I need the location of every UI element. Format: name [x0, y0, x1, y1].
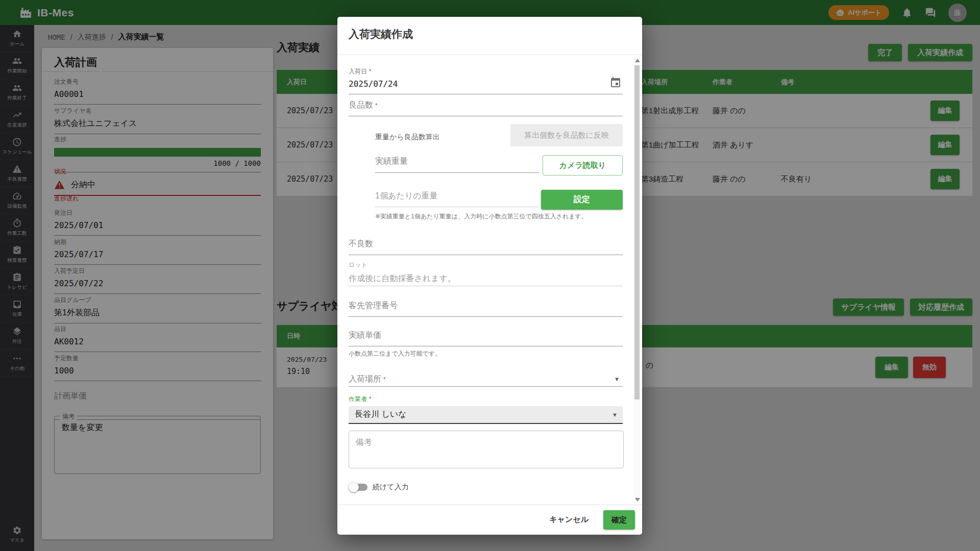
modal-footer: キャンセル 確定	[337, 505, 642, 535]
continue-input-toggle[interactable]: 続けて入力	[349, 483, 409, 492]
scroll-up-arrow-icon[interactable]	[635, 59, 640, 62]
weight-rounding-note: ※実績重量と1個あたり重量は、入力時に小数点第三位で四捨五入されます。	[375, 212, 587, 221]
worker-value: 長谷川 しいな	[355, 409, 407, 420]
scrollbar-thumb[interactable]	[634, 65, 640, 399]
actual-weight-label: 実績重量	[375, 157, 408, 165]
arrival-date-label: 入荷日	[349, 68, 367, 75]
modal-title: 入荷実績作成	[349, 27, 413, 41]
defect-qty-field[interactable]: 不良数	[349, 239, 623, 255]
lot-placeholder: 作成後に自動採番されます。	[349, 273, 623, 284]
modal-note-textarea[interactable]: 備考	[349, 431, 624, 468]
confirm-button[interactable]: 確定	[603, 510, 635, 530]
apply-calculated-qty-button[interactable]: 算出個数を良品数に反映	[510, 124, 623, 146]
chevron-down-icon: ▼	[612, 412, 618, 418]
location-label: 入荷場所	[349, 374, 381, 383]
set-button[interactable]: 設定	[541, 190, 623, 210]
modal-body: 入荷日* 2025/07/24 良品数* 重量から良品数算出 算出個数を良品数に…	[337, 55, 642, 505]
defect-qty-label: 不良数	[349, 239, 373, 248]
worker-label: 作業者	[349, 395, 367, 403]
customer-number-label: 客先管理番号	[349, 301, 398, 310]
lot-field[interactable]: ロット 作成後に自動採番されます。	[349, 261, 623, 286]
arrival-date-field[interactable]: 入荷日* 2025/07/24	[349, 66, 623, 94]
calendar-icon[interactable]	[609, 77, 622, 89]
lot-label: ロット	[349, 261, 623, 269]
camera-read-button[interactable]: カメラ読取り	[543, 155, 623, 176]
modal-note-placeholder: 備考	[356, 437, 372, 448]
actual-unit-price-label: 実績単価	[349, 331, 381, 339]
actual-weight-field[interactable]: 実績重量	[375, 156, 539, 173]
unit-weight-field[interactable]: 1個あたりの重量	[375, 191, 539, 207]
good-qty-label: 良品数	[349, 101, 373, 109]
actual-unit-price-field[interactable]: 実績単価	[349, 330, 623, 346]
location-select[interactable]: 入荷場所* ▼	[349, 374, 623, 387]
good-qty-field[interactable]: 良品数*	[349, 100, 623, 116]
worker-select[interactable]: 長谷川 しいな ▼	[349, 406, 623, 424]
worker-select-field: 作業者* 長谷川 しいな ▼	[349, 394, 623, 424]
arrival-date-value[interactable]: 2025/07/24	[349, 79, 623, 89]
customer-number-field[interactable]: 客先管理番号	[349, 300, 623, 317]
create-arrival-record-modal: 入荷実績作成 入荷日* 2025/07/24 良品数* 重量から良品数算出 算出…	[337, 17, 642, 535]
modal-scrollbar[interactable]	[634, 56, 640, 504]
chevron-down-icon: ▼	[614, 376, 620, 382]
weight-calc-label: 重量から良品数算出	[375, 133, 440, 142]
toggle-switch[interactable]	[350, 484, 368, 491]
continue-input-label: 続けて入力	[373, 483, 409, 492]
scroll-down-arrow-icon[interactable]	[635, 498, 640, 502]
unit-weight-label: 1個あたりの重量	[375, 191, 437, 200]
cancel-button[interactable]: キャンセル	[544, 511, 594, 529]
unit-price-helper: 小数点第二位まで入力可能です。	[349, 349, 441, 358]
